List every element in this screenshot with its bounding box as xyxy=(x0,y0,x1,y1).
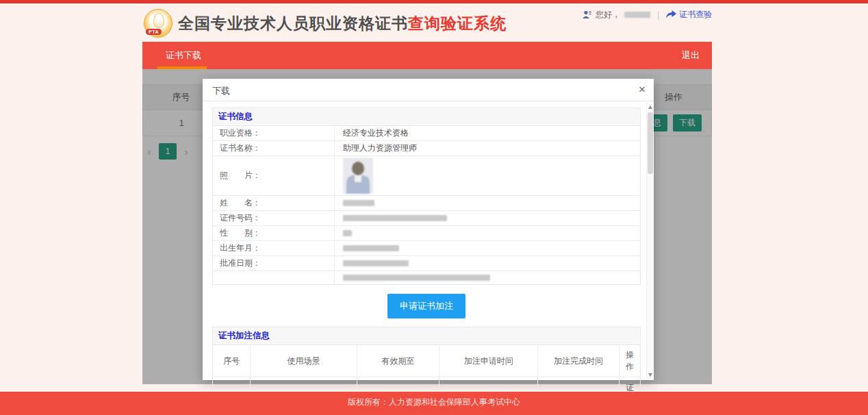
header-user-area: 您好， | 证书查验 xyxy=(582,9,712,21)
id-photo xyxy=(343,158,373,194)
site-header: PTA 全国专业技术人员职业资格证书查询验证系统 您好， | 证书查验 xyxy=(142,3,712,42)
col-use-scene: 使用场景 xyxy=(251,345,357,377)
row-name: 姓 名： xyxy=(213,196,640,211)
certificate-verify-link[interactable]: 证书查验 xyxy=(666,9,712,21)
redacted-birth-date xyxy=(343,245,399,251)
modal-body: 证书信息 职业资格： 经济专业技术资格 证书名称： 助理人力资源管理师 照 片：… xyxy=(203,102,646,380)
col-action: 操作 xyxy=(619,345,640,377)
cert-info-section: 证书信息 职业资格： 经济专业技术资格 证书名称： 助理人力资源管理师 照 片：… xyxy=(212,108,641,285)
row-photo: 照 片： xyxy=(213,156,640,196)
logo-pta-badge: PTA xyxy=(146,29,162,35)
redacted-extra-info xyxy=(343,275,490,281)
redacted-username xyxy=(624,12,650,18)
annotation-section-title: 证书加注信息 xyxy=(213,327,640,345)
download-modal: 下载 × 证书信息 职业资格： 经济专业技术资格 证书名称： 助理人力资源管理师… xyxy=(203,79,654,380)
cert-info-section-title: 证书信息 xyxy=(213,108,640,126)
page-title: 全国专业技术人员职业资格证书查询验证系统 xyxy=(178,13,507,34)
col-apply-time: 加注申请时间 xyxy=(439,345,538,377)
page-title-accent: 查询验证系统 xyxy=(408,14,507,32)
header-divider: | xyxy=(657,10,659,20)
apply-annotation-button[interactable]: 申请证书加注 xyxy=(387,294,465,318)
row-id-number: 证件号码： xyxy=(213,211,640,226)
pta-logo: PTA xyxy=(144,9,173,38)
row-qualification: 职业资格： 经济专业技术资格 xyxy=(213,126,640,141)
footer: 版权所有：人力资源和社会保障部人事考试中心 xyxy=(0,392,868,415)
row-gender: 性 别： xyxy=(213,226,640,241)
col-valid-until: 有效期至 xyxy=(357,345,439,377)
scrollbar-thumb[interactable] xyxy=(648,112,653,174)
close-icon[interactable]: × xyxy=(639,83,646,97)
modal-header: 下载 × xyxy=(203,79,654,101)
greeting-text: 您好， xyxy=(596,9,620,21)
row-approval-date: 批准日期： xyxy=(213,256,640,271)
col-seq: 序号 xyxy=(213,345,251,377)
col-finish-time: 加注完成时间 xyxy=(538,345,620,377)
main-nav: 证书下载 退出 xyxy=(142,42,712,69)
user-icon xyxy=(582,10,591,19)
redacted-id-number xyxy=(343,215,447,221)
row-cert-name: 证书名称： 助理人力资源管理师 xyxy=(213,141,640,156)
logout-button[interactable]: 退出 xyxy=(682,42,700,69)
scroll-down-icon[interactable] xyxy=(648,373,652,377)
scroll-up-icon[interactable] xyxy=(648,105,652,109)
redacted-name xyxy=(343,200,374,206)
share-arrow-icon xyxy=(666,10,676,19)
modal-title: 下载 xyxy=(212,85,230,97)
redacted-approval-date xyxy=(343,260,409,266)
copyright-text: 版权所有：人力资源和社会保障部人事考试中心 xyxy=(348,397,520,407)
row-extra xyxy=(213,271,640,284)
redacted-gender xyxy=(343,230,352,236)
tab-certificate-download[interactable]: 证书下载 xyxy=(156,42,211,69)
modal-scrollbar[interactable] xyxy=(646,103,653,379)
row-birth-date: 出生年月： xyxy=(213,241,640,256)
